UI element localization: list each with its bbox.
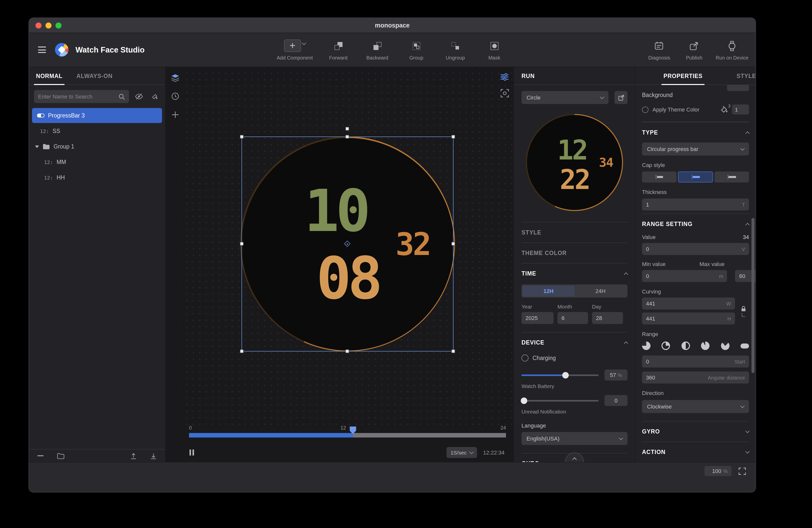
range-preset-wedge-icon[interactable] bbox=[662, 341, 670, 350]
progress-type-select[interactable]: Circular progress bar bbox=[642, 143, 749, 156]
section-device[interactable]: DEVICE bbox=[522, 332, 627, 352]
layer-row-ss[interactable]: 12: SS bbox=[32, 123, 162, 138]
tab-normal[interactable]: NORMAL bbox=[29, 67, 70, 85]
section-time[interactable]: TIME bbox=[522, 263, 627, 283]
timeline-track[interactable] bbox=[189, 433, 506, 438]
min-value-input[interactable] bbox=[646, 273, 717, 279]
resize-handle-s[interactable] bbox=[346, 350, 349, 353]
charging-checkbox[interactable]: Charging bbox=[522, 354, 627, 362]
lock-ratio-icon[interactable] bbox=[740, 305, 746, 312]
hide-layers-icon[interactable] bbox=[133, 91, 145, 102]
layer-row-group[interactable]: Group 1 bbox=[32, 139, 162, 154]
pivot-anchor[interactable] bbox=[344, 240, 350, 247]
layers-stack-icon[interactable] bbox=[170, 72, 180, 83]
backward-button[interactable]: Backward bbox=[364, 39, 391, 60]
range-preset-half-icon[interactable] bbox=[682, 341, 690, 350]
group-button[interactable]: Group bbox=[403, 39, 430, 60]
playback-speed-select[interactable]: 1S/sec bbox=[447, 447, 477, 458]
diagnosis-button[interactable]: Diagnosis bbox=[646, 39, 673, 60]
notification-value-box[interactable]: 0 bbox=[605, 395, 627, 406]
year-input[interactable] bbox=[525, 315, 550, 321]
close-window-button[interactable] bbox=[35, 22, 42, 28]
canvas[interactable]: 10 08 32 bbox=[165, 67, 513, 462]
time-format-12h[interactable]: 12H bbox=[522, 285, 575, 296]
angular-distance-input[interactable] bbox=[646, 375, 706, 381]
import-layer-icon[interactable] bbox=[148, 450, 159, 461]
tab-properties[interactable]: PROPERTIES bbox=[656, 67, 710, 85]
layer-row-progressbar[interactable]: ProgressBar 3 bbox=[32, 108, 162, 123]
range-preset-bar-icon[interactable] bbox=[740, 343, 749, 349]
section-action[interactable]: ACTION bbox=[642, 441, 749, 462]
resize-handle-se[interactable] bbox=[451, 350, 455, 353]
range-preset-most-icon[interactable] bbox=[701, 341, 710, 350]
battery-value-box[interactable]: 57 % bbox=[605, 369, 627, 381]
section-range-setting[interactable]: RANGE SETTING bbox=[642, 214, 749, 234]
menu-icon[interactable] bbox=[36, 44, 48, 55]
preview-device-select[interactable]: Circle bbox=[522, 91, 609, 104]
section-gyro-props[interactable]: GYRO bbox=[642, 421, 749, 441]
search-box[interactable] bbox=[34, 90, 129, 103]
cap-round-button[interactable] bbox=[678, 172, 713, 182]
theme-palette-icon[interactable] bbox=[149, 91, 160, 102]
zoom-control[interactable]: % bbox=[705, 466, 731, 476]
notification-slider[interactable] bbox=[522, 400, 598, 401]
value-input[interactable] bbox=[646, 246, 740, 252]
cap-square-button[interactable] bbox=[714, 172, 749, 182]
mask-button[interactable]: Mask bbox=[481, 39, 508, 60]
resize-handle-w[interactable] bbox=[240, 242, 244, 246]
resize-handle-ne[interactable] bbox=[451, 135, 455, 138]
export-layer-icon[interactable] bbox=[128, 450, 139, 461]
add-guide-icon[interactable] bbox=[170, 109, 180, 120]
search-input[interactable] bbox=[38, 93, 118, 100]
tab-style[interactable]: STYLE bbox=[729, 67, 755, 85]
resize-handle-sw[interactable] bbox=[240, 350, 244, 353]
properties-scrollbar[interactable] bbox=[752, 218, 754, 373]
month-input[interactable] bbox=[562, 315, 584, 321]
layer-row-hh[interactable]: 12: HH bbox=[32, 170, 162, 185]
expand-triangle-icon[interactable] bbox=[35, 145, 39, 148]
cap-butt-button[interactable] bbox=[642, 172, 677, 182]
pause-icon[interactable] bbox=[189, 450, 194, 455]
battery-slider-knob[interactable] bbox=[562, 372, 569, 378]
battery-slider[interactable] bbox=[522, 374, 598, 376]
run-settings-icon[interactable] bbox=[499, 72, 510, 83]
fullscreen-window-button[interactable] bbox=[56, 22, 61, 28]
open-preview-window-button[interactable] bbox=[614, 91, 627, 104]
resize-handle-nw[interactable] bbox=[240, 135, 244, 138]
start-angle-input[interactable] bbox=[646, 358, 733, 365]
fit-to-screen-icon[interactable] bbox=[737, 466, 748, 476]
range-preset-quarter-icon[interactable] bbox=[642, 341, 651, 350]
fit-preview-icon[interactable] bbox=[499, 88, 510, 99]
history-clock-icon[interactable] bbox=[170, 90, 180, 102]
layer-row-mm[interactable]: 12: MM bbox=[32, 155, 162, 170]
section-theme-color[interactable]: THEME COLOR bbox=[522, 243, 627, 263]
rotate-handle[interactable] bbox=[346, 127, 349, 131]
day-input[interactable] bbox=[596, 315, 619, 321]
language-select[interactable]: English(USA) bbox=[522, 432, 627, 445]
forward-button[interactable]: Forward bbox=[325, 39, 352, 60]
run-on-device-button[interactable]: Run on Device bbox=[716, 39, 749, 60]
charging-check-icon[interactable] bbox=[522, 354, 528, 362]
range-preset-gauge-icon[interactable] bbox=[721, 341, 729, 350]
time-format-24h[interactable]: 24H bbox=[575, 285, 626, 296]
add-component-button[interactable]: Add Component bbox=[277, 39, 313, 60]
minimize-window-button[interactable] bbox=[45, 22, 52, 28]
thickness-input[interactable] bbox=[646, 202, 740, 207]
apply-theme-radio[interactable] bbox=[642, 106, 649, 113]
selection-box[interactable] bbox=[242, 136, 453, 352]
tab-always-on[interactable]: ALWAYS-ON bbox=[70, 67, 119, 85]
zoom-input[interactable] bbox=[708, 468, 721, 474]
background-opacity-input[interactable] bbox=[735, 106, 746, 113]
direction-select[interactable]: Clockwise bbox=[642, 400, 749, 413]
remove-layer-icon[interactable] bbox=[35, 450, 46, 461]
section-style[interactable]: STYLE bbox=[522, 222, 627, 243]
resize-handle-e[interactable] bbox=[451, 242, 455, 246]
new-folder-icon[interactable] bbox=[55, 450, 66, 461]
ungroup-button[interactable]: Ungroup bbox=[442, 39, 469, 60]
paint-bucket-icon[interactable]: 3 bbox=[721, 106, 728, 113]
curving-height-input[interactable] bbox=[646, 316, 725, 322]
publish-button[interactable]: Publish bbox=[681, 39, 708, 60]
curving-width-input[interactable] bbox=[646, 300, 724, 307]
notification-slider-knob[interactable] bbox=[521, 397, 527, 404]
section-type[interactable]: TYPE bbox=[642, 122, 749, 143]
